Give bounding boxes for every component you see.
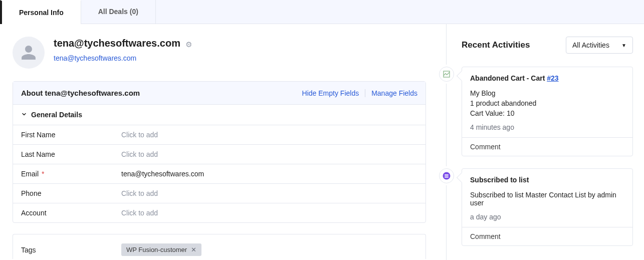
activities-filter-dropdown[interactable]: All Activities ▼ [566,37,633,54]
tags-panel: Tags WP Fusion-customer ✕ [13,234,426,259]
last-name-field[interactable]: Click to add [121,150,158,158]
activity-icon-list [439,168,454,183]
tags-label: Tags [21,246,121,254]
section-title: General Details [31,111,82,119]
tag-remove-icon[interactable]: ✕ [191,246,196,253]
chevron-down-icon [21,111,27,119]
activity-line: Cart Value: 10 [470,109,624,117]
activity-title: Subscribed to list [470,176,624,184]
recent-activities-title: Recent Activities [462,40,530,50]
activity-timestamp: a day ago [470,213,624,221]
activity-comment-button[interactable]: Comment [462,227,632,245]
last-name-label: Last Name [21,150,121,158]
activity-card: Subscribed to list Subscribed to list Ma… [462,168,633,246]
tag-chip[interactable]: WP Fusion-customer ✕ [121,243,201,256]
svg-rect-3 [445,176,449,177]
email-field[interactable]: tena@tychesoftwares.com [121,170,204,178]
activity-line: My Blog [470,89,624,97]
tag-chip-label: WP Fusion-customer [126,246,187,253]
activity-icon-cart [439,67,454,82]
contact-name: tena@tychesoftwares.com [54,38,180,49]
manage-fields-link[interactable]: Manage Fields [371,89,417,97]
tab-all-deals[interactable]: All Deals (0) [81,0,156,24]
account-label: Account [21,209,121,217]
phone-field[interactable]: Click to add [121,189,158,197]
person-icon [20,44,37,61]
activities-filter-label: All Activities [572,41,609,49]
svg-rect-4 [445,177,449,178]
account-field[interactable]: Click to add [121,209,158,217]
about-panel: About tena@tychesoftwares.com Hide Empty… [13,81,426,223]
activity-comment-button[interactable]: Comment [462,137,632,156]
first-name-label: First Name [21,131,121,139]
general-details-toggle[interactable]: General Details [13,105,425,125]
avatar [13,37,45,69]
activity-description: Subscribed to list Master Contact List b… [470,191,624,207]
divider [365,89,365,97]
caret-down-icon: ▼ [621,43,626,48]
activity-timestamp: 4 minutes ago [470,123,624,131]
phone-label: Phone [21,189,121,197]
first-name-field[interactable]: Click to add [121,131,158,139]
tab-personal-info[interactable]: Personal Info [0,0,81,24]
activity-title: Abandoned Cart - Cart #23 [470,74,624,82]
gear-icon[interactable]: ⚙ [185,40,192,49]
about-panel-title: About tena@tychesoftwares.com [21,89,140,97]
hide-empty-fields-link[interactable]: Hide Empty Fields [302,89,359,97]
email-label: Email * [21,170,121,178]
activity-card: Abandoned Cart - Cart #23 My Blog 1 prod… [462,67,633,156]
tab-bar: Personal Info All Deals (0) [0,0,644,24]
activity-line: 1 product abandoned [470,99,624,107]
activity-cart-link[interactable]: #23 [547,74,558,82]
contact-email-link[interactable]: tena@tychesoftwares.com [54,54,192,62]
svg-rect-2 [445,174,449,175]
